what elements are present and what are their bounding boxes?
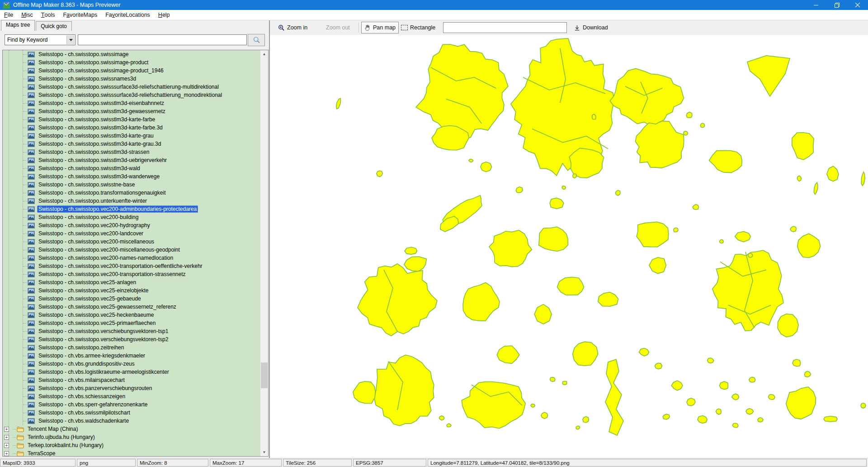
zoom-out-button: Zoom out [323, 22, 353, 33]
tree-item[interactable]: Swisstopo - ch.vbs.waldschadenkarte [3, 417, 260, 425]
tree-item[interactable]: Swisstopo - ch.swisstopo.swisssurface3d-… [3, 91, 260, 99]
tree-item[interactable]: Swisstopo - ch.swisstopo.swisstlm3d-kart… [3, 124, 260, 132]
map-layer-icon [28, 296, 35, 302]
tree-item[interactable]: Swisstopo - ch.swisstopo.vec25-primaerfl… [3, 319, 260, 327]
toolbar-input[interactable] [443, 22, 567, 33]
tree-item[interactable]: Swisstopo - ch.swisstopo.vec200-transpor… [3, 262, 260, 270]
tree-item[interactable]: Swisstopo - ch.vbs.logistikraeume-armeel… [3, 368, 260, 376]
tree-item[interactable]: Swisstopo - ch.swisstopo.vec200-miscella… [3, 246, 260, 254]
tree-connector [23, 128, 27, 128]
menu-item-misc[interactable]: Misc [17, 10, 37, 20]
tab-quick-goto[interactable]: Quick goto [36, 21, 71, 31]
menu-item-favoritelocations[interactable]: FavoriteLocations [101, 10, 154, 20]
restore-button[interactable] [826, 0, 847, 10]
menu-item-help[interactable]: Help [154, 10, 174, 20]
tree-item[interactable]: Swisstopo - ch.swisstopo.zeitreihen [3, 343, 260, 352]
tree-item-label: Swisstopo - ch.swisstopo.swissnames3d [37, 75, 137, 82]
protected-area-polygon [583, 416, 589, 422]
tree-item[interactable]: Swisstopo - ch.swisstopo.verschiebungsve… [3, 335, 260, 343]
protected-area-polygon [698, 415, 707, 423]
download-button[interactable]: Download [571, 22, 611, 33]
find-mode-combobox[interactable]: Find by Keyword [5, 34, 75, 45]
tree-item[interactable]: Swisstopo - ch.swisstopo.verschiebungsve… [3, 327, 260, 335]
tree-item[interactable]: Swisstopo - ch.vbs.swissmilpilotschart [3, 409, 260, 417]
tree-item[interactable]: Swisstopo - ch.swisstopo.transformations… [3, 189, 260, 197]
menu-item-tools[interactable]: Tools [37, 10, 59, 20]
protected-area-polygon [746, 409, 754, 415]
tree-item[interactable]: Swisstopo - ch.swisstopo.swissimage-prod… [3, 58, 260, 67]
tree-item[interactable]: Swisstopo - ch.swisstopo.vec200-names-na… [3, 254, 260, 262]
tree-item[interactable]: Swisstopo - ch.swisstopo.swisstlm3d-kart… [3, 115, 260, 124]
status-bar: MapsID: 3933 png MinZoom: 8 MaxZoom: 17 … [0, 458, 868, 467]
tree-scrollbar[interactable]: ▲ ▼ [260, 50, 268, 456]
scroll-down-icon[interactable]: ▼ [260, 448, 268, 456]
search-input[interactable] [78, 34, 247, 45]
pan-map-button[interactable]: Pan map [361, 22, 399, 33]
tree-item[interactable]: Swisstopo - ch.swisstopo.vec25-anlagen [3, 278, 260, 286]
tree-item-label: Swisstopo - ch.swisstopo.swissimage [37, 51, 130, 58]
tree-item[interactable]: Swisstopo - ch.vbs.schiessanzeigen [3, 392, 260, 400]
tree-item[interactable]: Swisstopo - ch.swisstopo.vec200-hydrogra… [3, 221, 260, 229]
close-button[interactable] [847, 0, 868, 10]
tree-item[interactable]: Swisstopo - ch.swisstopo.unterkuenfte-wi… [3, 197, 260, 205]
combo-dropdown-button[interactable] [66, 35, 75, 44]
tree-item[interactable]: Swisstopo - ch.swisstopo.vec25-gebaeude [3, 295, 260, 303]
protected-area-polygon [489, 230, 532, 267]
tree-item[interactable]: Swisstopo - ch.swisstopo.swisstlm3d-wald [3, 164, 260, 172]
protected-area-polygon [404, 257, 427, 271]
tree-item[interactable]: Swisstopo - ch.swisstopo.swisstlm3d-gewa… [3, 107, 260, 115]
protected-area-polygon [573, 342, 598, 366]
tree-item[interactable]: +TerraScope [3, 449, 260, 456]
tree-item[interactable]: Swisstopo - ch.vbs.panzerverschiebungsro… [3, 384, 260, 392]
menu-item-favoritemaps[interactable]: FavoriteMaps [59, 10, 101, 20]
tree-item[interactable]: Swisstopo - ch.swisstopo.swisstlm3d-kart… [3, 140, 260, 148]
map-layer-icon [28, 174, 35, 180]
tree-item[interactable]: Swisstopo - ch.swisstopo.swissimage [3, 50, 260, 58]
tree-item-label: Swisstopo - ch.swisstopo.swisstlm3d-uebr… [37, 157, 168, 164]
tree-item[interactable]: Swisstopo - ch.swisstopo.vec25-einzelobj… [3, 286, 260, 295]
tree-item[interactable]: Swisstopo - ch.swisstopo.vec200-building [3, 213, 260, 221]
tree-item[interactable]: Swisstopo - ch.swisstopo.vec25-heckenbae… [3, 311, 260, 319]
tree-item[interactable]: Swisstopo - ch.swisstopo.vec25-gewaesser… [3, 303, 260, 311]
expand-icon[interactable]: + [4, 435, 9, 440]
tree-item[interactable]: Swisstopo - ch.swisstopo.vec200-miscella… [3, 238, 260, 246]
tab-maps-tree[interactable]: Maps tree [1, 20, 35, 31]
expand-icon[interactable]: + [4, 451, 9, 456]
tree-item[interactable]: +Terkep.torokbalint.hu (Hungary) [3, 441, 260, 449]
zoom-in-button[interactable]: Zoom in [275, 22, 310, 33]
expand-icon[interactable]: + [4, 427, 9, 432]
tree-item[interactable]: Swisstopo - ch.swisstopo.swisstlm3d-stra… [3, 148, 260, 156]
protected-area-polygon [747, 56, 790, 96]
tree-item[interactable]: Swisstopo - ch.swisstopo.swisstlm3d-kart… [3, 132, 260, 140]
tree-item[interactable]: Swisstopo - ch.swisstopo.swisstne-base [3, 181, 260, 189]
expand-icon[interactable]: + [4, 443, 9, 448]
tree-item[interactable]: Swisstopo - ch.swisstopo.swisstlm3d-uebr… [3, 156, 260, 164]
scroll-up-icon[interactable]: ▲ [260, 50, 268, 58]
tree-item-label: Swisstopo - ch.swisstopo.verschiebungsve… [37, 328, 170, 335]
map-layer-icon [28, 263, 35, 269]
tree-item[interactable]: Swisstopo - ch.swisstopo.swissnames3d [3, 75, 260, 83]
tree-item-label: Swisstopo - ch.swisstopo.zeitreihen [37, 344, 125, 351]
tree-item[interactable]: Swisstopo - ch.swisstopo.swisstlm3d-eise… [3, 99, 260, 107]
protected-area-polygon [786, 387, 816, 419]
tree-item[interactable]: Swisstopo - ch.swisstopo.swissimage-prod… [3, 67, 260, 75]
panel-tabs: Maps tree Quick goto [1, 20, 73, 31]
tree-item[interactable]: Swisstopo - ch.vbs.milairspacechart [3, 376, 260, 384]
tree-item[interactable]: Swisstopo - ch.vbs.sperr-gefahrenzonenka… [3, 400, 260, 409]
tree-item[interactable]: Swisstopo - ch.swisstopo.vec200-transpor… [3, 270, 260, 278]
tree-item[interactable]: Swisstopo - ch.swisstopo.vec200-adminbou… [3, 205, 260, 213]
tree-item[interactable]: Swisstopo - ch.swisstopo.swisstlm3d-wand… [3, 172, 260, 181]
tree-item[interactable]: Swisstopo - ch.swisstopo.swisssurface3d-… [3, 83, 260, 91]
tree-item[interactable]: Swisstopo - ch.vbs.grunddispositiv-zeus [3, 360, 260, 368]
menu-item-file[interactable]: File [0, 10, 17, 20]
map-canvas[interactable] [270, 35, 868, 458]
tree-item[interactable]: +Terinfo.ujbuda.hu (Hungary) [3, 433, 260, 441]
tree-scrollbar-thumb[interactable] [261, 362, 268, 388]
tree-item-label: Swisstopo - ch.swisstopo.swisstlm3d-eise… [37, 100, 165, 107]
minimize-button[interactable] [806, 0, 826, 10]
tree-item[interactable]: Swisstopo - ch.vbs.armee-kriegsdenkmaele… [3, 352, 260, 360]
search-button[interactable] [248, 34, 265, 46]
rectangle-button[interactable]: Rectangle [398, 22, 438, 33]
tree-item[interactable]: +Tencent Map (China) [3, 425, 260, 433]
tree-item[interactable]: Swisstopo - ch.swisstopo.vec200-landcove… [3, 229, 260, 238]
